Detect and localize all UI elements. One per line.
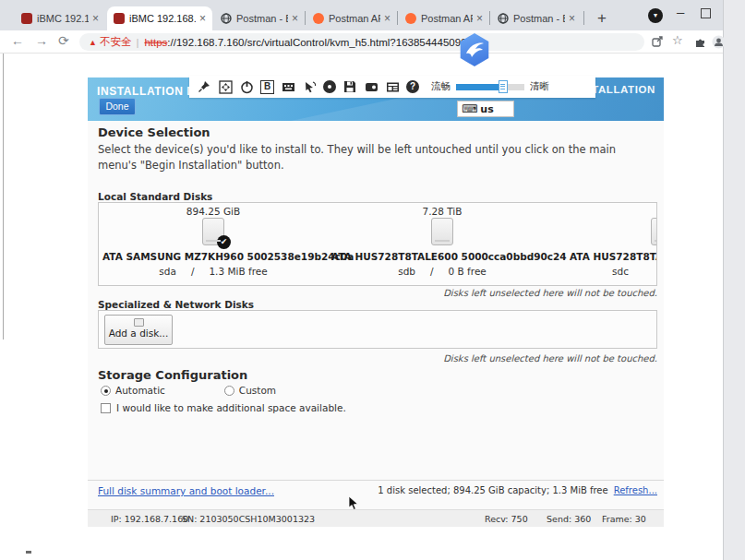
disk-size: 894.25 GiB xyxy=(102,206,324,217)
disk-summary-link[interactable]: Full disk summary and boot loader... xyxy=(98,485,274,496)
tab-close-icon[interactable]: × xyxy=(92,13,99,24)
quality-slider-handle[interactable] xyxy=(499,80,508,93)
video-quality-slider-group: 流畅 清晰 xyxy=(431,80,549,93)
forward-icon[interactable]: → xyxy=(35,33,48,48)
screen-artifact xyxy=(26,551,31,554)
url-field[interactable]: ▲ 不安全 | https ://192.168.7.160/src/virtu… xyxy=(79,33,644,51)
reclaim-space-label: I would like to make additional space av… xyxy=(116,402,346,413)
add-disk-button[interactable]: Add a disk... xyxy=(104,315,173,345)
tab-close-icon[interactable]: × xyxy=(199,13,206,24)
hard-drive-icon: ✔ xyxy=(202,218,224,245)
selection-summary-text: 1 disk selected; 894.25 GiB capacity; 1.… xyxy=(378,485,607,495)
bookmark-star-icon[interactable]: ☆ xyxy=(672,33,683,47)
tab-ibmc-2-active[interactable]: iBMC 192.168.7.16 × xyxy=(107,6,212,30)
refresh-link[interactable]: Refresh... xyxy=(614,485,657,495)
screenshot-root: iBMC 192.168.7.16 × iBMC 192.168.7.16 × … xyxy=(0,0,745,560)
reclaim-space-option[interactable]: I would like to make additional space av… xyxy=(101,402,346,413)
specialized-disks-panel: Add a disk... xyxy=(98,310,657,349)
checkbox-icon[interactable] xyxy=(101,403,111,413)
url-protocol: https xyxy=(144,37,167,48)
disk-device: sdb xyxy=(398,266,415,277)
quality-slider-fill xyxy=(456,84,504,90)
tab-close-icon[interactable]: × xyxy=(476,13,483,24)
disk-separator: / xyxy=(430,266,434,277)
tab-postman-api-2[interactable]: Postman API Platfo × xyxy=(399,6,489,30)
tab-search-button[interactable]: ▾ xyxy=(648,8,663,23)
keyboard-b-icon[interactable]: B xyxy=(260,80,274,94)
kvm-toolbar: B ? 流畅 清晰 xyxy=(189,76,595,98)
disk-name: ATA HUS728T8TALE600 5000cca0bbd90c24 xyxy=(331,251,553,262)
postman-favicon xyxy=(405,13,416,24)
window-maximize-button[interactable] xyxy=(701,8,711,18)
globe-favicon xyxy=(498,13,509,24)
hard-drive-icon xyxy=(431,218,453,245)
disk-tile-sda[interactable]: 894.25 GiB ✔ ATA SAMSUNG MZ7KH960 500253… xyxy=(102,203,324,286)
done-button[interactable]: Done xyxy=(99,98,136,115)
floppy-icon[interactable] xyxy=(342,79,357,94)
pin-icon[interactable] xyxy=(197,79,211,94)
specialized-disks-heading: Specialized & Network Disks xyxy=(98,299,254,310)
radio-selected-icon[interactable] xyxy=(101,386,111,396)
tab-title: Postman API Platfo xyxy=(329,13,380,24)
keyboard-layout-indicator[interactable]: ⌨ us xyxy=(457,101,514,117)
tab-separator xyxy=(489,11,490,25)
soft-keyboard-icon[interactable] xyxy=(281,79,295,94)
desktop-background-strip xyxy=(723,0,745,560)
mouse-cursor xyxy=(348,496,359,515)
local-disks-panel: 894.25 GiB ✔ ATA SAMSUNG MZ7KH960 500253… xyxy=(98,202,657,286)
window-edge-artifact xyxy=(3,54,4,340)
profile-avatar[interactable] xyxy=(712,35,726,53)
status-frame: Frame: 30 xyxy=(602,514,646,524)
reload-icon[interactable]: ⟳ xyxy=(58,33,69,48)
ibmc-favicon xyxy=(21,13,32,24)
url-text: ://192.168.7.160/src/virtualControl/kvm_… xyxy=(167,37,473,48)
hard-drive-icon xyxy=(651,218,657,245)
window-minimize-button[interactable]: – xyxy=(677,4,684,19)
tab-close-icon[interactable]: × xyxy=(569,13,575,24)
cdrom-icon[interactable] xyxy=(323,80,336,93)
postman-favicon xyxy=(313,13,324,24)
power-icon[interactable] xyxy=(239,79,254,94)
security-warning-icon: ▲ xyxy=(89,38,97,47)
status-ip: IP: 192.168.7.160 xyxy=(111,514,188,524)
tab-postman-api-1[interactable]: Postman API Platfo × xyxy=(306,6,397,30)
share-icon[interactable] xyxy=(651,35,664,52)
tab-postman-browse-1[interactable]: Postman - Browse × xyxy=(214,6,305,30)
back-icon[interactable]: ← xyxy=(11,33,24,48)
tab-postman-browse-2[interactable]: Postman - Browse × xyxy=(491,6,582,30)
globe-favicon xyxy=(221,13,232,24)
screen-record-icon[interactable] xyxy=(364,79,379,94)
kvm-status-bar: IP: 192.168.7.160 SN: 2103050CSH10M30013… xyxy=(88,509,664,527)
screenshot-icon[interactable] xyxy=(385,79,400,94)
mouse-icon[interactable] xyxy=(302,79,317,94)
fullscreen-icon[interactable] xyxy=(218,79,233,94)
tab-close-icon[interactable]: × xyxy=(292,13,298,24)
quality-smooth-label: 流畅 xyxy=(431,80,451,93)
radio-custom[interactable]: Custom xyxy=(224,385,276,396)
disk-detail-row: sdb/0 B free xyxy=(331,266,553,277)
disk-device: sda xyxy=(159,266,176,277)
unselected-disks-note-2: Disks left unselected here will not be t… xyxy=(98,353,657,363)
tab-ibmc-1[interactable]: iBMC 192.168.7.16 × xyxy=(15,6,105,30)
tab-close-icon[interactable]: × xyxy=(384,13,391,24)
installer-body: Device Selection Select the device(s) yo… xyxy=(88,121,664,509)
storage-config-options: Automatic Custom xyxy=(101,385,276,396)
tab-separator xyxy=(305,11,306,25)
unselected-disks-note: Disks left unselected here will not be t… xyxy=(98,288,657,298)
quality-slider[interactable] xyxy=(456,84,524,90)
radio-automatic-label: Automatic xyxy=(115,385,165,396)
disk-tile-sdb[interactable]: 7.28 TiB ATA HUS728T8TALE600 5000cca0bbd… xyxy=(331,203,553,286)
browser-address-bar: ← → ⟳ ▲ 不安全 | https ://192.168.7.160/src… xyxy=(0,30,723,54)
new-tab-button[interactable]: + xyxy=(591,7,613,30)
extension-icon[interactable] xyxy=(694,35,706,52)
radio-unselected-icon[interactable] xyxy=(224,386,234,396)
disk-tile-sdc[interactable]: 7 ATA HUS728T8TAL sdc xyxy=(565,203,657,286)
help-icon[interactable]: ? xyxy=(406,80,419,93)
disk-size: 7 xyxy=(565,206,657,217)
disk-name: ATA HUS728T8TAL xyxy=(565,251,657,262)
tab-title: iBMC 192.168.7.16 xyxy=(37,13,89,24)
tab-title: Postman - Browse xyxy=(513,13,565,24)
radio-custom-label: Custom xyxy=(239,385,276,396)
add-disk-label: Add a disk... xyxy=(109,328,169,339)
radio-automatic[interactable]: Automatic xyxy=(101,385,165,396)
